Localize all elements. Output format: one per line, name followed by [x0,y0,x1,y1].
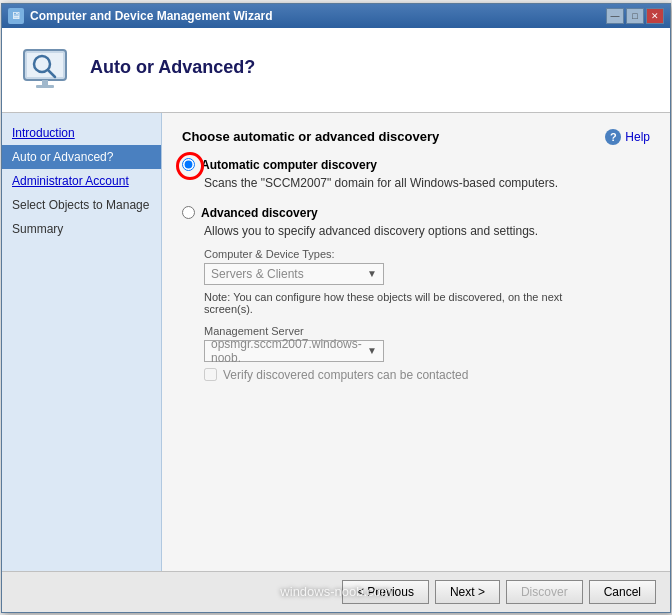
title-controls: — □ ✕ [606,8,664,24]
next-button[interactable]: Next > [435,580,500,604]
title-bar: 🖥 Computer and Device Management Wizard … [2,4,670,28]
wizard-window: 🖥 Computer and Device Management Wizard … [1,3,671,613]
help-link[interactable]: ? Help [605,129,650,145]
cancel-button[interactable]: Cancel [589,580,656,604]
svg-rect-5 [36,85,54,88]
management-server-select[interactable]: opsmgr.sccm2007.windows-noob. ▼ [204,340,384,362]
help-circle-icon: ? [605,129,621,145]
advanced-sub-options: Computer & Device Types: Servers & Clien… [204,248,650,382]
sidebar-item-introduction[interactable]: Introduction [2,121,161,145]
sidebar-item-summary[interactable]: Summary [2,217,161,241]
window-icon: 🖥 [8,8,24,24]
main-content: ? Help Choose automatic or advanced disc… [162,113,670,571]
page-title: Auto or Advanced? [90,57,255,78]
sidebar-item-select-objects[interactable]: Select Objects to Manage [2,193,161,217]
auto-option-desc: Scans the "SCCM2007" domain for all Wind… [204,176,650,190]
sidebar-item-admin-account[interactable]: Administrator Account [2,169,161,193]
sidebar: Introduction Auto or Advanced? Administr… [2,113,162,571]
auto-radio-wrapper [182,158,195,171]
wizard-body: Auto or Advanced? Introduction Auto or A… [2,28,670,612]
advanced-option-desc: Allows you to specify advanced discovery… [204,224,650,238]
auto-option-row: Automatic computer discovery [182,158,650,172]
advanced-option-label[interactable]: Advanced discovery [201,206,318,220]
wizard-header: Auto or Advanced? [2,28,670,113]
auto-option-label[interactable]: Automatic computer discovery [201,158,377,172]
maximize-button[interactable]: □ [626,8,644,24]
footer: windows-noob.com < Previous Next > Disco… [2,571,670,612]
discover-button[interactable]: Discover [506,580,583,604]
advanced-option-row: Advanced discovery [182,206,650,220]
device-types-label: Computer & Device Types: [204,248,650,260]
auto-radio[interactable] [182,158,195,171]
device-types-dropdown-wrapper: Servers & Clients ▼ [204,263,650,285]
previous-button[interactable]: < Previous [342,580,429,604]
management-server-value: opsmgr.sccm2007.windows-noob. [211,337,367,365]
verify-checkbox[interactable] [204,368,217,381]
management-server-dropdown-wrapper: opsmgr.sccm2007.windows-noob. ▼ [204,340,650,362]
device-types-select[interactable]: Servers & Clients ▼ [204,263,384,285]
wizard-content: Introduction Auto or Advanced? Administr… [2,113,670,571]
close-button[interactable]: ✕ [646,8,664,24]
advanced-option-block: Advanced discovery Allows you to specify… [182,206,650,382]
dropdown-arrow-icon: ▼ [367,268,377,279]
auto-option-block: Automatic computer discovery Scans the "… [182,158,650,190]
advanced-radio[interactable] [182,206,195,219]
mgmt-dropdown-arrow-icon: ▼ [367,345,377,356]
help-label: Help [625,130,650,144]
device-types-value: Servers & Clients [211,267,304,281]
window-title: Computer and Device Management Wizard [30,9,273,23]
sidebar-item-auto-advanced[interactable]: Auto or Advanced? [2,145,161,169]
management-server-label: Management Server [204,325,650,337]
note-text: Note: You can configure how these object… [204,291,584,315]
verify-label: Verify discovered computers can be conta… [223,368,468,382]
wizard-header-icon [18,42,74,98]
section-title: Choose automatic or advanced discovery [182,129,650,144]
minimize-button[interactable]: — [606,8,624,24]
verify-checkbox-row: Verify discovered computers can be conta… [204,368,650,382]
